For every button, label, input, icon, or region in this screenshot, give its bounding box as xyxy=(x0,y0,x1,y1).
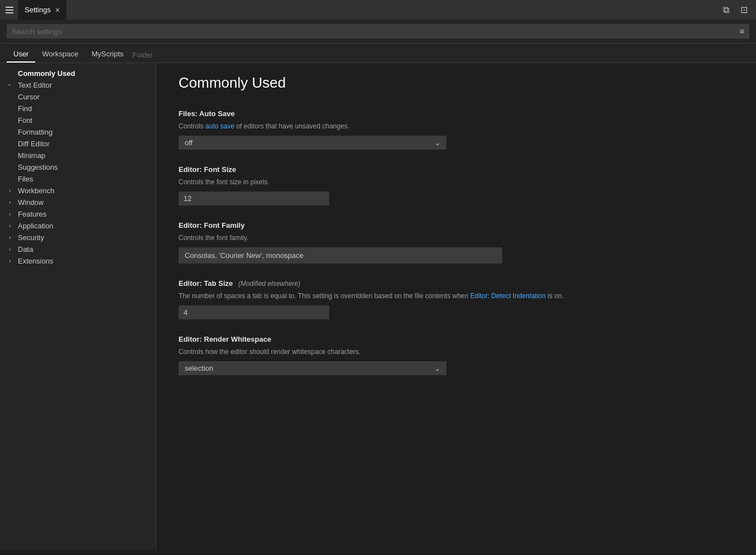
split-editor-button[interactable]: ⧉ xyxy=(719,3,733,17)
setting-editor-render-whitespace: Editor: Render Whitespace Controls how t… xyxy=(179,335,734,375)
sidebar-item-extensions[interactable]: Extensions xyxy=(0,255,156,267)
sidebar-item-security[interactable]: Security xyxy=(0,232,156,243)
files-auto-save-value: off xyxy=(185,138,192,147)
extensions-chevron-icon xyxy=(9,258,16,264)
editor-font-family-input[interactable] xyxy=(179,247,502,264)
sidebar-item-find[interactable]: Find xyxy=(0,103,156,114)
editor-render-whitespace-description: Controls how the editor should render wh… xyxy=(179,347,734,357)
sidebar-item-formatting[interactable]: Formatting xyxy=(0,126,156,138)
search-bar: ≡ xyxy=(7,24,749,39)
text-editor-chevron-icon xyxy=(9,82,16,88)
tab-user[interactable]: User xyxy=(7,46,35,63)
data-chevron-icon xyxy=(9,246,16,252)
tab-folder-label[interactable]: Folder xyxy=(130,47,155,63)
sidebar-item-commonly-used[interactable]: › Commonly Used xyxy=(0,68,156,79)
editor-font-size-input[interactable] xyxy=(179,192,329,205)
files-auto-save-arrow-icon: ⌄ xyxy=(435,139,440,147)
content-area: Commonly Used Files: Auto Save Controls … xyxy=(156,63,756,550)
sidebar-item-font[interactable]: Font xyxy=(0,114,156,126)
title-bar-left: Settings × xyxy=(6,0,66,20)
window-chevron-icon xyxy=(9,199,16,205)
sidebar-item-diff-editor[interactable]: Diff Editor xyxy=(0,138,156,150)
setting-editor-font-size: Editor: Font Size Controls the font size… xyxy=(179,165,734,205)
editor-tab-size-label: Editor: Tab Size (Modified elsewhere) xyxy=(179,279,734,288)
menu-icon[interactable] xyxy=(6,7,13,13)
sidebar-item-workbench[interactable]: Workbench xyxy=(0,185,156,197)
title-bar-right: ⧉ ⊡ xyxy=(719,3,750,17)
detect-indentation-link[interactable]: Editor: Detect Indentation xyxy=(470,292,546,300)
workbench-chevron-icon xyxy=(9,188,16,194)
editor-render-whitespace-value: selection xyxy=(185,364,213,372)
setting-editor-font-family: Editor: Font Family Controls the font fa… xyxy=(179,221,734,264)
sidebar-item-suggestions[interactable]: Suggestions xyxy=(0,161,156,173)
tab-myscripts[interactable]: MyScripts xyxy=(85,46,130,63)
sidebar-item-data[interactable]: Data xyxy=(0,243,156,255)
editor-font-size-description: Controls the font size in pixels. xyxy=(179,177,734,187)
editor-tab-size-description: The number of spaces a tab is equal to. … xyxy=(179,291,734,301)
files-auto-save-select[interactable]: off ⌄ xyxy=(179,136,446,150)
content-title: Commonly Used xyxy=(179,74,734,96)
editor-tab-size-modified-note: (Modified elsewhere) xyxy=(238,280,300,288)
features-chevron-icon xyxy=(9,211,16,217)
auto-save-link[interactable]: auto save xyxy=(205,122,234,130)
settings-tab-label: Settings xyxy=(25,6,51,14)
editor-font-size-label: Editor: Font Size xyxy=(179,165,734,174)
files-auto-save-label: Files: Auto Save xyxy=(179,109,734,118)
editor-render-whitespace-label: Editor: Render Whitespace xyxy=(179,335,734,343)
sidebar-item-application[interactable]: Application xyxy=(0,220,156,232)
sidebar-item-files[interactable]: Files xyxy=(0,173,156,185)
editor-font-family-label: Editor: Font Family xyxy=(179,221,734,229)
settings-tab-close[interactable]: × xyxy=(55,6,60,14)
editor-render-whitespace-select[interactable]: selection ⌄ xyxy=(179,361,446,375)
application-chevron-icon xyxy=(9,223,16,229)
sidebar: › Commonly Used Text Editor Cursor Find … xyxy=(0,63,156,550)
search-input[interactable] xyxy=(12,27,736,36)
title-bar: Settings × ⧉ ⊡ xyxy=(0,0,756,20)
sidebar-item-window[interactable]: Window xyxy=(0,197,156,208)
editor-font-family-description: Controls the font family. xyxy=(179,233,734,243)
search-bar-area: ≡ xyxy=(0,20,756,44)
sidebar-item-features[interactable]: Features xyxy=(0,208,156,220)
editor-tab-size-input[interactable] xyxy=(179,305,329,319)
setting-editor-tab-size: Editor: Tab Size (Modified elsewhere) Th… xyxy=(179,279,734,319)
editor-render-whitespace-arrow-icon: ⌄ xyxy=(435,365,440,372)
main-layout: › Commonly Used Text Editor Cursor Find … xyxy=(0,63,756,550)
sidebar-item-text-editor[interactable]: Text Editor xyxy=(0,79,156,91)
open-settings-button[interactable]: ⊡ xyxy=(737,3,750,17)
tab-workspace[interactable]: Workspace xyxy=(35,46,85,63)
settings-tab[interactable]: Settings × xyxy=(18,0,66,20)
setting-files-auto-save: Files: Auto Save Controls auto save of e… xyxy=(179,109,734,150)
tabs-row: User Workspace MyScripts Folder xyxy=(0,44,756,63)
search-settings-icon[interactable]: ≡ xyxy=(740,27,744,36)
sidebar-item-minimap[interactable]: Minimap xyxy=(0,150,156,161)
files-auto-save-description: Controls auto save of editors that have … xyxy=(179,121,734,131)
security-chevron-icon xyxy=(9,235,16,241)
sidebar-item-cursor[interactable]: Cursor xyxy=(0,91,156,103)
